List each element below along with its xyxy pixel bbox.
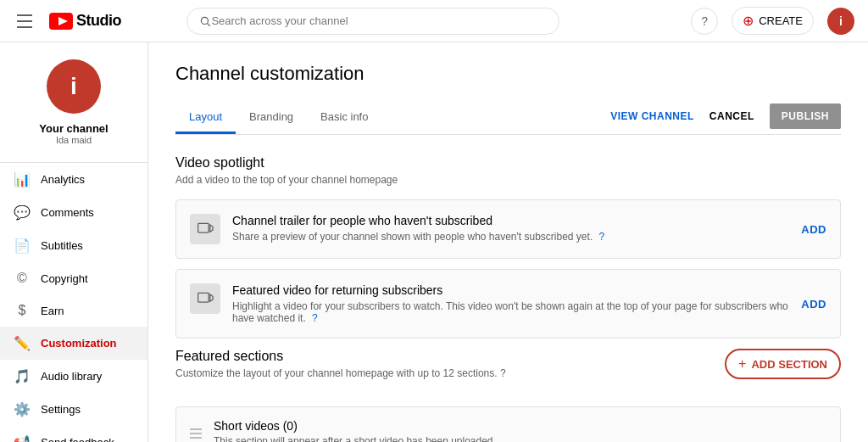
sidebar-item-settings[interactable]: ⚙️ Settings — [0, 393, 147, 426]
trailer-help-icon[interactable]: ? — [599, 231, 605, 243]
featured-video-card: Featured video for returning subscribers… — [175, 269, 841, 338]
earn-icon: $ — [14, 303, 31, 318]
tab-layout[interactable]: Layout — [175, 102, 236, 134]
page-title: Channel customization — [175, 63, 841, 85]
sidebar-item-subtitles[interactable]: 📄 Subtitles — [0, 229, 147, 262]
create-icon: ⊕ — [743, 13, 754, 29]
featured-sections-help-icon[interactable]: ? — [500, 367, 506, 379]
spotlight-title: Video spotlight — [175, 155, 841, 171]
search-input[interactable] — [211, 14, 547, 27]
short-videos-row: Short videos (0) This section will appea… — [175, 406, 841, 442]
add-section-button[interactable]: + ADD SECTION — [725, 349, 841, 379]
logo-text: Studio — [76, 12, 121, 30]
youtube-icon — [49, 13, 73, 30]
spotlight-desc: Add a video to the top of your channel h… — [175, 174, 841, 186]
feedback-icon: 📢 — [14, 434, 31, 442]
analytics-icon: 📊 — [14, 171, 31, 187]
svg-rect-4 — [198, 223, 209, 232]
featured-name: Featured video for returning subscribers — [232, 283, 789, 297]
sidebar: i Your channel Ida maid 📊 Analytics 💬 Co… — [0, 42, 148, 442]
video-spotlight-section: Video spotlight Add a video to the top o… — [175, 155, 841, 338]
featured-sections-desc: Customize the layout of your channel hom… — [175, 367, 506, 379]
tab-bar: Layout Branding Basic info VIEW CHANNEL … — [175, 102, 841, 135]
customization-icon: ✏️ — [14, 335, 31, 351]
content-area: Channel customization Layout Branding Ba… — [148, 42, 868, 442]
featured-add-button[interactable]: ADD — [801, 298, 826, 311]
svg-line-3 — [208, 23, 210, 25]
svg-point-2 — [202, 17, 209, 24]
search-icon — [199, 15, 211, 27]
topbar-right: ? ⊕ CREATE i — [691, 7, 854, 35]
create-button[interactable]: ⊕ CREATE — [732, 7, 814, 35]
sidebar-item-label: Settings — [41, 403, 81, 416]
channel-info: i Your channel Ida maid — [0, 42, 147, 163]
short-videos-desc: This section will appear after a short v… — [214, 435, 826, 442]
add-section-label: ADD SECTION — [751, 358, 827, 371]
channel-name: Your channel — [39, 122, 108, 135]
trailer-desc: Share a preview of your channel shown wi… — [232, 231, 789, 243]
featured-sections-title: Featured sections — [175, 349, 506, 364]
main-content: Channel customization Layout Branding Ba… — [148, 42, 868, 442]
sidebar-item-comments[interactable]: 💬 Comments — [0, 196, 147, 229]
sidebar-item-label: Comments — [41, 206, 94, 219]
featured-video-icon — [197, 290, 214, 307]
copyright-icon: © — [14, 271, 31, 286]
sidebar-item-label: Subtitles — [41, 239, 83, 252]
featured-title-group: Featured sections Customize the layout o… — [175, 349, 506, 393]
comments-icon: 💬 — [14, 204, 31, 221]
tab-actions: VIEW CHANNEL CANCEL PUBLISH — [610, 104, 841, 132]
svg-marker-7 — [210, 294, 213, 301]
help-button[interactable]: ? — [691, 8, 718, 35]
tabs: Layout Branding Basic info — [175, 102, 381, 134]
cancel-button[interactable]: CANCEL — [701, 105, 763, 127]
featured-desc: Highlight a video for your subscribers t… — [232, 300, 789, 324]
sidebar-item-audio[interactable]: 🎵 Audio library — [0, 360, 147, 393]
svg-rect-6 — [198, 293, 209, 302]
trailer-icon — [190, 214, 220, 244]
add-section-plus-icon: + — [738, 356, 746, 372]
featured-icon — [190, 283, 220, 314]
sidebar-item-label: Send feedback — [41, 436, 114, 442]
trailer-card: Channel trailer for people who haven't s… — [175, 199, 841, 259]
publish-button[interactable]: PUBLISH — [770, 104, 841, 129]
topbar: Studio ? ⊕ CREATE i — [0, 0, 868, 42]
topbar-left: Studio — [14, 11, 121, 31]
subtitles-icon: 📄 — [14, 238, 31, 254]
channel-handle: Ida maid — [56, 135, 92, 145]
audio-icon: 🎵 — [14, 368, 31, 384]
channel-avatar: i — [47, 59, 101, 114]
featured-help-icon[interactable]: ? — [312, 312, 318, 324]
sidebar-item-feedback[interactable]: 📢 Send feedback — [0, 426, 147, 442]
short-videos-name: Short videos (0) — [214, 419, 826, 433]
sidebar-item-label: Earn — [41, 305, 64, 317]
sidebar-item-label: Copyright — [41, 272, 88, 285]
page: i Your channel Ida maid 📊 Analytics 💬 Co… — [0, 42, 868, 442]
menu-button[interactable] — [14, 11, 36, 31]
trailer-add-button[interactable]: ADD — [801, 223, 826, 236]
search-bar — [186, 8, 559, 35]
sidebar-item-analytics[interactable]: 📊 Analytics — [0, 163, 147, 196]
sidebar-item-label: Analytics — [41, 173, 85, 186]
trailer-content: Channel trailer for people who haven't s… — [232, 214, 789, 243]
drag-handle[interactable] — [190, 428, 202, 439]
logo[interactable]: Studio — [49, 12, 121, 30]
tab-branding[interactable]: Branding — [236, 102, 307, 134]
avatar[interactable]: i — [827, 8, 854, 35]
view-channel-button[interactable]: VIEW CHANNEL — [610, 110, 694, 122]
settings-icon: ⚙️ — [14, 401, 31, 417]
short-videos-content: Short videos (0) This section will appea… — [214, 419, 826, 442]
featured-sections: Featured sections Customize the layout o… — [175, 349, 841, 442]
tab-basic-info[interactable]: Basic info — [307, 102, 381, 134]
create-label: CREATE — [759, 14, 803, 27]
sidebar-item-label: Customization — [41, 337, 117, 350]
sidebar-item-earn[interactable]: $ Earn — [0, 294, 147, 327]
featured-content: Featured video for returning subscribers… — [232, 283, 789, 324]
sidebar-item-label: Audio library — [41, 370, 102, 383]
video-icon — [197, 221, 214, 238]
sidebar-item-copyright[interactable]: © Copyright — [0, 262, 147, 294]
svg-marker-5 — [210, 225, 213, 232]
featured-header: Featured sections Customize the layout o… — [175, 349, 841, 393]
trailer-name: Channel trailer for people who haven't s… — [232, 214, 789, 227]
sidebar-item-customization[interactable]: ✏️ Customization — [0, 327, 147, 360]
